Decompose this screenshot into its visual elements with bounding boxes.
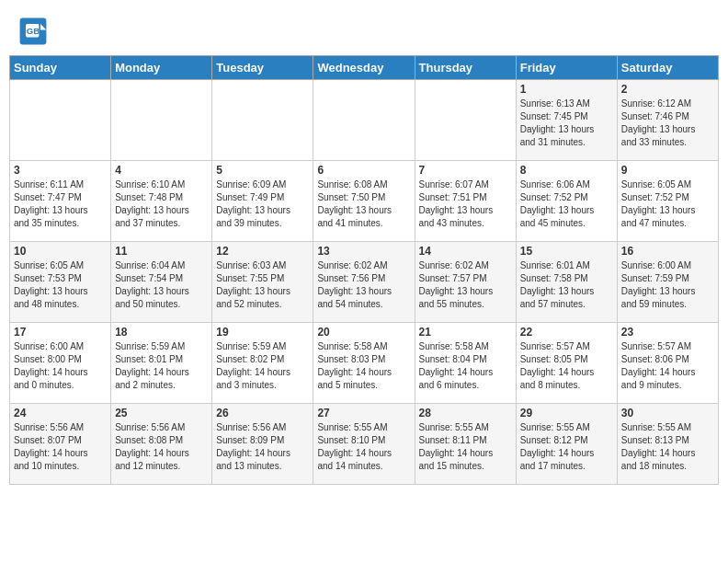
- day-info: Sunrise: 6:03 AM Sunset: 7:55 PM Dayligh…: [216, 259, 309, 311]
- calendar-cell: 14Sunrise: 6:02 AM Sunset: 7:57 PM Dayli…: [415, 242, 516, 323]
- day-info: Sunrise: 6:00 AM Sunset: 8:00 PM Dayligh…: [14, 340, 107, 392]
- calendar-cell: 7Sunrise: 6:07 AM Sunset: 7:51 PM Daylig…: [415, 161, 516, 242]
- weekday-header-monday: Monday: [111, 56, 212, 80]
- day-number: 30: [621, 407, 714, 419]
- day-number: 1: [520, 83, 613, 96]
- svg-text:GB: GB: [27, 26, 40, 36]
- calendar-cell: 4Sunrise: 6:10 AM Sunset: 7:48 PM Daylig…: [111, 161, 212, 242]
- day-number: 22: [520, 326, 613, 339]
- day-number: 3: [14, 164, 107, 177]
- calendar-cell: 17Sunrise: 6:00 AM Sunset: 8:00 PM Dayli…: [10, 323, 111, 404]
- day-number: 20: [317, 326, 410, 339]
- calendar-body: 1Sunrise: 6:13 AM Sunset: 7:45 PM Daylig…: [10, 80, 719, 485]
- day-info: Sunrise: 5:55 AM Sunset: 8:10 PM Dayligh…: [317, 421, 410, 473]
- day-number: 6: [317, 164, 410, 177]
- calendar-cell: [111, 80, 212, 161]
- calendar-cell: 3Sunrise: 6:11 AM Sunset: 7:47 PM Daylig…: [10, 161, 111, 242]
- calendar-cell: 10Sunrise: 6:05 AM Sunset: 7:53 PM Dayli…: [10, 242, 111, 323]
- calendar-cell: 30Sunrise: 5:55 AM Sunset: 8:13 PM Dayli…: [617, 404, 718, 485]
- calendar-week-3: 17Sunrise: 6:00 AM Sunset: 8:00 PM Dayli…: [10, 323, 719, 404]
- day-info: Sunrise: 6:09 AM Sunset: 7:49 PM Dayligh…: [216, 178, 309, 230]
- calendar-cell: 24Sunrise: 5:56 AM Sunset: 8:07 PM Dayli…: [10, 404, 111, 485]
- weekday-header-wednesday: Wednesday: [313, 56, 415, 80]
- logo: GB: [18, 17, 51, 46]
- calendar-cell: 11Sunrise: 6:04 AM Sunset: 7:54 PM Dayli…: [111, 242, 212, 323]
- day-number: 5: [216, 164, 309, 177]
- day-info: Sunrise: 5:55 AM Sunset: 8:13 PM Dayligh…: [621, 421, 714, 473]
- calendar-cell: 15Sunrise: 6:01 AM Sunset: 7:58 PM Dayli…: [516, 242, 617, 323]
- day-info: Sunrise: 6:06 AM Sunset: 7:52 PM Dayligh…: [520, 178, 613, 230]
- calendar-cell: [212, 80, 313, 161]
- calendar-cell: 19Sunrise: 5:59 AM Sunset: 8:02 PM Dayli…: [212, 323, 313, 404]
- day-number: 13: [317, 245, 410, 258]
- day-info: Sunrise: 5:57 AM Sunset: 8:05 PM Dayligh…: [520, 340, 613, 392]
- logo-icon: GB: [18, 17, 48, 46]
- day-info: Sunrise: 6:02 AM Sunset: 7:56 PM Dayligh…: [317, 259, 410, 311]
- day-number: 16: [621, 245, 714, 258]
- day-number: 14: [419, 245, 512, 258]
- calendar-week-1: 3Sunrise: 6:11 AM Sunset: 7:47 PM Daylig…: [10, 161, 719, 242]
- day-number: 7: [419, 164, 512, 177]
- calendar-cell: 8Sunrise: 6:06 AM Sunset: 7:52 PM Daylig…: [516, 161, 617, 242]
- calendar-cell: 26Sunrise: 5:56 AM Sunset: 8:09 PM Dayli…: [212, 404, 313, 485]
- day-number: 11: [115, 245, 208, 258]
- day-info: Sunrise: 6:11 AM Sunset: 7:47 PM Dayligh…: [14, 178, 107, 230]
- calendar-cell: [10, 80, 111, 161]
- day-number: 24: [14, 407, 107, 419]
- weekday-header-friday: Friday: [516, 56, 617, 80]
- day-info: Sunrise: 5:56 AM Sunset: 8:09 PM Dayligh…: [216, 421, 309, 473]
- day-number: 29: [520, 407, 613, 419]
- calendar-cell: 18Sunrise: 5:59 AM Sunset: 8:01 PM Dayli…: [111, 323, 212, 404]
- calendar-cell: 1Sunrise: 6:13 AM Sunset: 7:45 PM Daylig…: [516, 80, 617, 161]
- day-number: 25: [115, 407, 208, 419]
- day-info: Sunrise: 5:56 AM Sunset: 8:08 PM Dayligh…: [115, 421, 208, 473]
- day-info: Sunrise: 5:55 AM Sunset: 8:12 PM Dayligh…: [520, 421, 613, 473]
- calendar-cell: 21Sunrise: 5:58 AM Sunset: 8:04 PM Dayli…: [415, 323, 516, 404]
- day-info: Sunrise: 5:58 AM Sunset: 8:03 PM Dayligh…: [317, 340, 410, 392]
- calendar-week-4: 24Sunrise: 5:56 AM Sunset: 8:07 PM Dayli…: [10, 404, 719, 485]
- day-info: Sunrise: 6:02 AM Sunset: 7:57 PM Dayligh…: [419, 259, 512, 311]
- calendar-cell: 27Sunrise: 5:55 AM Sunset: 8:10 PM Dayli…: [313, 404, 415, 485]
- day-info: Sunrise: 6:05 AM Sunset: 7:52 PM Dayligh…: [621, 178, 714, 230]
- day-info: Sunrise: 6:08 AM Sunset: 7:50 PM Dayligh…: [317, 178, 410, 230]
- day-number: 4: [115, 164, 208, 177]
- calendar-week-2: 10Sunrise: 6:05 AM Sunset: 7:53 PM Dayli…: [10, 242, 719, 323]
- weekday-header-saturday: Saturday: [617, 56, 718, 80]
- day-number: 2: [621, 83, 714, 96]
- day-info: Sunrise: 6:13 AM Sunset: 7:45 PM Dayligh…: [520, 98, 613, 149]
- calendar-cell: 13Sunrise: 6:02 AM Sunset: 7:56 PM Dayli…: [313, 242, 415, 323]
- day-number: 28: [419, 407, 512, 419]
- weekday-header-thursday: Thursday: [415, 56, 516, 80]
- calendar-cell: 23Sunrise: 5:57 AM Sunset: 8:06 PM Dayli…: [617, 323, 718, 404]
- day-info: Sunrise: 6:10 AM Sunset: 7:48 PM Dayligh…: [115, 178, 208, 230]
- calendar-cell: 25Sunrise: 5:56 AM Sunset: 8:08 PM Dayli…: [111, 404, 212, 485]
- calendar-cell: 2Sunrise: 6:12 AM Sunset: 7:46 PM Daylig…: [617, 80, 718, 161]
- day-info: Sunrise: 6:04 AM Sunset: 7:54 PM Dayligh…: [115, 259, 208, 311]
- day-number: 19: [216, 326, 309, 339]
- day-number: 15: [520, 245, 613, 258]
- day-info: Sunrise: 5:57 AM Sunset: 8:06 PM Dayligh…: [621, 340, 714, 392]
- day-number: 8: [520, 164, 613, 177]
- day-info: Sunrise: 6:05 AM Sunset: 7:53 PM Dayligh…: [14, 259, 107, 311]
- day-info: Sunrise: 5:55 AM Sunset: 8:11 PM Dayligh…: [419, 421, 512, 473]
- day-number: 23: [621, 326, 714, 339]
- calendar-cell: 12Sunrise: 6:03 AM Sunset: 7:55 PM Dayli…: [212, 242, 313, 323]
- day-info: Sunrise: 6:12 AM Sunset: 7:46 PM Dayligh…: [621, 98, 714, 149]
- calendar-cell: 6Sunrise: 6:08 AM Sunset: 7:50 PM Daylig…: [313, 161, 415, 242]
- calendar-cell: 5Sunrise: 6:09 AM Sunset: 7:49 PM Daylig…: [212, 161, 313, 242]
- calendar-cell: 29Sunrise: 5:55 AM Sunset: 8:12 PM Dayli…: [516, 404, 617, 485]
- calendar-cell: 22Sunrise: 5:57 AM Sunset: 8:05 PM Dayli…: [516, 323, 617, 404]
- day-number: 27: [317, 407, 410, 419]
- calendar-cell: 16Sunrise: 6:00 AM Sunset: 7:59 PM Dayli…: [617, 242, 718, 323]
- day-info: Sunrise: 5:59 AM Sunset: 8:01 PM Dayligh…: [115, 340, 208, 392]
- calendar-table: SundayMondayTuesdayWednesdayThursdayFrid…: [9, 55, 719, 485]
- weekday-header-tuesday: Tuesday: [212, 56, 313, 80]
- calendar-week-0: 1Sunrise: 6:13 AM Sunset: 7:45 PM Daylig…: [10, 80, 719, 161]
- calendar-cell: 9Sunrise: 6:05 AM Sunset: 7:52 PM Daylig…: [617, 161, 718, 242]
- weekday-header-sunday: Sunday: [10, 56, 111, 80]
- calendar-cell: 20Sunrise: 5:58 AM Sunset: 8:03 PM Dayli…: [313, 323, 415, 404]
- day-number: 18: [115, 326, 208, 339]
- day-number: 10: [14, 245, 107, 258]
- day-number: 12: [216, 245, 309, 258]
- calendar-cell: 28Sunrise: 5:55 AM Sunset: 8:11 PM Dayli…: [415, 404, 516, 485]
